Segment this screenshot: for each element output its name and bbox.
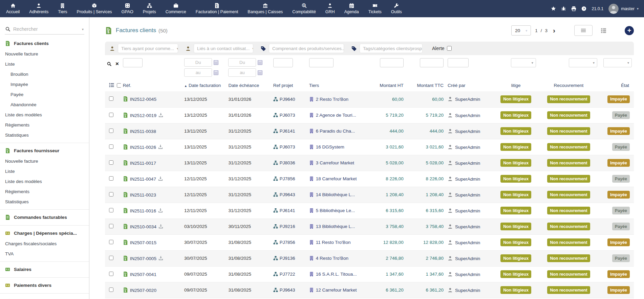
next-page-button[interactable]: ›: [552, 26, 557, 34]
author-link[interactable]: SuperAdmin: [455, 113, 480, 118]
list-view-button[interactable]: [574, 25, 593, 36]
search-input[interactable]: [13, 26, 79, 32]
print-icon[interactable]: [571, 6, 576, 11]
litige-filter-select[interactable]: ▾: [511, 58, 536, 67]
invoice-ref-link[interactable]: IN2511-0038: [130, 129, 156, 134]
thirdparty-link[interactable]: 12 Carrefour Market: [316, 288, 357, 293]
recouvrement-filter-select[interactable]: ▾: [569, 58, 597, 67]
sidebar-item[interactable]: Impayée: [0, 79, 89, 89]
download-icon[interactable]: [158, 176, 163, 181]
col-tiers[interactable]: Tiers: [307, 79, 365, 91]
author-link[interactable]: SuperAdmin: [455, 208, 480, 213]
invoice-ref-link[interactable]: IN2511-0026: [130, 144, 156, 150]
sidebar-item[interactable]: Charges fiscales/sociales: [0, 238, 89, 249]
thirdparty-link[interactable]: 2 Agence de Touri...: [316, 113, 356, 118]
invoice-ref-link[interactable]: IN2507-0020: [130, 288, 156, 293]
sidebar-section-heading[interactable]: $ Salaires: [0, 264, 89, 275]
author-link[interactable]: SuperAdmin: [455, 176, 480, 181]
author-link[interactable]: SuperAdmin: [455, 224, 480, 229]
invoice-ref-link[interactable]: IN2512-0019: [130, 113, 156, 118]
project-link[interactable]: PJ6073: [280, 144, 295, 150]
thirdparty-link[interactable]: 4 Resto Tro'Bon: [316, 256, 348, 261]
top-menu-item[interactable]: $ Comptabilité: [287, 0, 320, 17]
col-date-invoice[interactable]: ▲Date facturation: [182, 79, 226, 91]
col-litige[interactable]: litige: [494, 79, 538, 91]
top-menu-item[interactable]: Agenda: [340, 0, 364, 17]
col-ref[interactable]: Réf.: [121, 79, 182, 91]
thirdparty-select[interactable]: Tiers ayant pour comme... ▾: [118, 44, 178, 53]
sidebar-item[interactable]: Liste des modèles: [0, 176, 89, 186]
project-link[interactable]: PJ9136: [280, 256, 295, 261]
top-menu-item[interactable]: GPAO: [117, 0, 138, 17]
user-menu[interactable]: master ▾: [608, 4, 639, 14]
chevron-down-icon[interactable]: ▾: [82, 27, 84, 31]
sidebar-item[interactable]: Nouvelle facture: [0, 49, 89, 59]
col-author[interactable]: Créé par: [446, 79, 494, 91]
project-link[interactable]: PJ7856: [280, 176, 295, 181]
apply-search-icon[interactable]: [107, 62, 111, 66]
sidebar-item[interactable]: Règlements: [0, 186, 89, 197]
sidebar-item[interactable]: Statistiques: [0, 130, 89, 140]
sidebar-item[interactable]: Brouillon: [0, 69, 89, 79]
invoice-ref-link[interactable]: IN2507-0041: [130, 272, 156, 277]
top-menu-item[interactable]: GRH: [321, 0, 340, 17]
project-link[interactable]: PJ8036: [280, 160, 295, 165]
author-link[interactable]: SuperAdmin: [455, 129, 480, 134]
sidebar-section-heading[interactable]: $ Factures fournisseur: [0, 145, 89, 156]
sidebar-item[interactable]: Règlements: [0, 120, 89, 130]
invoice-ref-link[interactable]: IN2512-0045: [130, 97, 156, 102]
top-menu-item[interactable]: Accueil: [1, 0, 24, 17]
sidebar-section-heading[interactable]: $ Factures clients: [0, 38, 89, 49]
download-icon[interactable]: [158, 144, 163, 149]
kanban-view-button[interactable]: [601, 28, 606, 33]
amount-ttc-filter-input[interactable]: [420, 58, 444, 67]
sidebar-section-heading[interactable]: $ Paiements divers: [0, 280, 89, 291]
calendar-icon[interactable]: [258, 70, 262, 75]
project-link[interactable]: PJ6141: [280, 129, 295, 134]
row-checkbox[interactable]: [109, 256, 113, 260]
invoice-ref-link[interactable]: IN2511-0047: [130, 176, 156, 181]
row-checkbox[interactable]: [109, 176, 113, 181]
thirdparty-link[interactable]: 14 Bibliothèque L...: [316, 192, 355, 197]
project-link[interactable]: PJ6141: [280, 208, 295, 213]
col-amount-ht[interactable]: Montant HT: [365, 79, 406, 91]
row-checkbox[interactable]: [109, 160, 113, 165]
project-link[interactable]: PJ7722: [280, 272, 295, 277]
etat-filter-select[interactable]: ▾: [603, 58, 632, 67]
top-menu-item[interactable]: Banques | Caisses: [243, 0, 287, 17]
help-icon[interactable]: ?: [581, 6, 586, 11]
sidebar-item[interactable]: Payée: [0, 89, 89, 99]
author-link[interactable]: SuperAdmin: [455, 160, 480, 165]
invoice-ref-link[interactable]: IN2511-0016: [130, 208, 156, 213]
select-all-checkbox[interactable]: [117, 83, 121, 88]
author-link[interactable]: SuperAdmin: [455, 144, 480, 150]
author-link[interactable]: SuperAdmin: [455, 288, 480, 293]
project-link[interactable]: PJ7856: [280, 240, 295, 245]
top-menu-item[interactable]: Tickets: [364, 0, 386, 17]
top-menu-item[interactable]: $ Facturation | Paiement: [191, 0, 243, 17]
project-link[interactable]: PJ9216: [280, 224, 295, 229]
bookmark-star-icon[interactable]: [551, 6, 556, 11]
row-checkbox[interactable]: [109, 272, 113, 276]
calendar-icon[interactable]: [258, 60, 262, 65]
tiers-filter-input[interactable]: [309, 58, 334, 67]
download-icon[interactable]: [158, 256, 163, 260]
page-title[interactable]: Factures clients: [116, 27, 156, 34]
author-link[interactable]: SuperAdmin: [455, 256, 480, 261]
top-menu-item[interactable]: Outils: [386, 0, 407, 17]
sidebar-item[interactable]: Abandonnée: [0, 99, 89, 110]
row-checkbox[interactable]: [109, 288, 113, 292]
sidebar-section-heading[interactable]: $ Charges | Dépenses spécia...: [0, 228, 89, 238]
row-checkbox[interactable]: [109, 192, 113, 197]
thirdparty-link[interactable]: 16 DGSystem: [316, 144, 344, 150]
sidebar-item[interactable]: Nouvelle facture: [0, 156, 89, 166]
clear-search-icon[interactable]: ×: [115, 61, 119, 67]
due-date-to-input[interactable]: [228, 68, 256, 77]
thirdparty-link[interactable]: 5 Bibliothèque Le...: [316, 208, 355, 213]
col-project[interactable]: Ref projet: [271, 79, 307, 91]
row-checkbox[interactable]: [109, 224, 113, 228]
page-size-select[interactable]: 20 ▾: [511, 25, 531, 36]
sidebar-item[interactable]: Liste des modèles: [0, 110, 89, 120]
top-menu-item[interactable]: Projets: [138, 0, 161, 17]
sidebar-item[interactable]: Liste: [0, 59, 89, 69]
